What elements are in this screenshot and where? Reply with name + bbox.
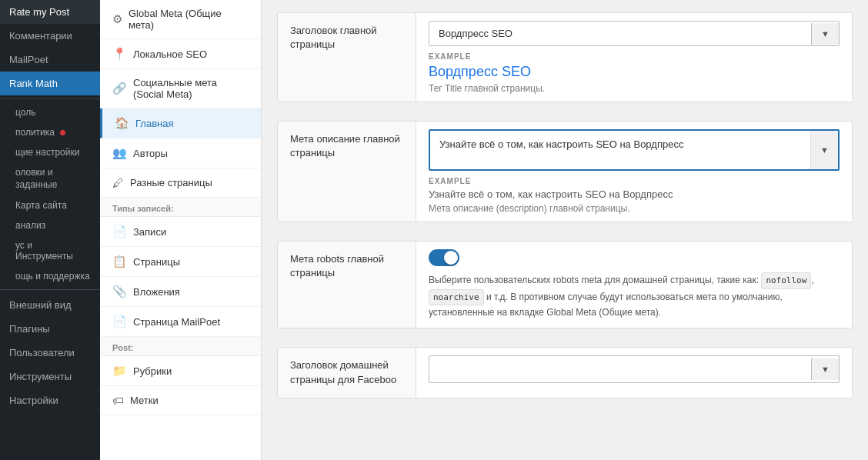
secondary-item-posts[interactable]: 📄 Записи <box>100 217 261 247</box>
example-label-1: EXAMPLE <box>429 52 840 61</box>
toggle-wrapper <box>429 249 840 266</box>
sidebar-item-plugins[interactable]: Плагины <box>0 317 100 341</box>
categories-icon: 📁 <box>112 364 127 378</box>
sidebar-item-appearance[interactable]: Внешний вид <box>0 293 100 317</box>
main-content: Заголовок главной страницы Вордпресс SEO… <box>262 0 868 460</box>
homepage-meta-desc-textarea[interactable]: Узнайте всё о том, как настроить SEO на … <box>429 129 840 171</box>
sidebar-subitem-sitemap[interactable]: Карта сайта <box>0 195 100 215</box>
homepage-robots-label: Мета robots главной страницы <box>278 242 416 328</box>
robots-description: Выберите пользовательских robots meta дл… <box>429 272 840 320</box>
sidebar-divider-1 <box>0 98 100 99</box>
homepage-title-arrow[interactable]: ▼ <box>811 23 839 45</box>
secondary-item-global-meta[interactable]: ⚙ Global Meta (Общие мета) <box>100 0 261 39</box>
robots-toggle[interactable] <box>429 249 459 266</box>
field-homepage-title: Заголовок главной страницы Вордпресс SEO… <box>277 12 853 102</box>
section-post: Post: <box>100 337 261 356</box>
sidebar-item-settings2[interactable]: Настройки <box>0 388 100 412</box>
sidebar-item-comments[interactable]: Комментарии <box>0 24 100 48</box>
homepage-title-dropdown[interactable]: Вордпресс SEO ▼ <box>429 21 840 46</box>
posts-icon: 📄 <box>112 225 127 238</box>
mailpoet-icon: 📄 <box>112 315 127 328</box>
authors-icon: 👥 <box>112 146 127 160</box>
field-homepage-facebook-title: Заголовок домашней страницы для Faceboo … <box>277 347 853 398</box>
secondary-item-attachments[interactable]: 📎 Вложения <box>100 277 261 307</box>
homepage-title-label: Заголовок главной страницы <box>278 13 416 102</box>
field-homepage-robots: Мета robots главной страницы Выберите по… <box>277 241 853 328</box>
homepage-facebook-title-value <box>429 363 811 375</box>
sidebar-subitem-tools[interactable]: ус и Инструменты <box>0 235 100 266</box>
secondary-sidebar: ⚙ Global Meta (Общие мета) 📍 Локальное S… <box>100 0 262 460</box>
homepage-facebook-title-control: ▼ <box>416 348 852 397</box>
sidebar-subitem-policy[interactable]: политика <box>0 122 100 142</box>
homepage-facebook-title-input[interactable]: ▼ <box>429 355 840 383</box>
secondary-item-tags[interactable]: 🏷 Метки <box>100 386 261 415</box>
sidebar-subitem-support[interactable]: ощь и поддержка <box>0 266 100 286</box>
sidebar-subitem-analysis[interactable]: анализ <box>0 215 100 235</box>
notification-dot <box>60 130 65 135</box>
section-post-types: Типы записей: <box>100 198 261 217</box>
secondary-item-mailpoet-page[interactable]: 📄 Страница MailPoet <box>100 307 261 337</box>
field-homepage-meta-desc: Мета описание главной страницы Узнайте в… <box>277 121 853 222</box>
homepage-title-hint: Тег Title главной страницы. <box>429 83 840 94</box>
misc-icon: 🖊 <box>112 176 124 189</box>
homepage-meta-desc-arrow[interactable]: ▼ <box>810 131 838 169</box>
secondary-item-authors[interactable]: 👥 Авторы <box>100 138 261 168</box>
secondary-item-misc-pages[interactable]: 🖊 Разные страницы <box>100 168 261 198</box>
homepage-facebook-title-arrow[interactable]: ▼ <box>811 358 839 380</box>
sidebar-divider-2 <box>0 289 100 290</box>
gear-icon: ⚙ <box>112 12 122 26</box>
social-icon: 🔗 <box>112 82 127 95</box>
secondary-item-social-meta[interactable]: 🔗 Социальные мета (Social Meta) <box>100 69 261 108</box>
pages-icon: 📋 <box>112 255 127 268</box>
example-label-2: EXAMPLE <box>429 177 840 185</box>
homepage-meta-desc-value: Узнайте всё о том, как настроить SEO на … <box>430 131 810 169</box>
homepage-meta-desc-control: Узнайте всё о том, как настроить SEO на … <box>416 122 852 222</box>
badge-nofollow: nofollow <box>761 272 811 289</box>
location-icon: 📍 <box>112 47 127 61</box>
secondary-item-categories[interactable]: 📁 Рубрики <box>100 356 261 386</box>
home-icon: 🏠 <box>115 116 129 130</box>
sidebar-item-rank-math[interactable]: Rank Math <box>0 72 100 95</box>
wp-admin-sidebar: Rate my Post Комментарии MailPoet Rank M… <box>0 0 100 460</box>
sidebar-item-users[interactable]: Пользователи <box>0 341 100 365</box>
homepage-meta-desc-label: Мета описание главной страницы <box>278 122 416 222</box>
example-desc-2: Узнайте всё о том, как настроить SEO на … <box>429 188 840 200</box>
tags-icon: 🏷 <box>112 394 124 407</box>
sidebar-item-rate-my-post[interactable]: Rate my Post <box>0 0 100 24</box>
attachments-icon: 📎 <box>112 285 127 298</box>
sidebar-subitem-settings[interactable]: щие настройки <box>0 142 100 162</box>
homepage-title-control: Вордпресс SEO ▼ EXAMPLE Вордпресс SEO Те… <box>416 13 852 102</box>
homepage-robots-control: Выберите пользовательских robots meta дл… <box>416 242 852 328</box>
meta-desc-hint: Мета описание (description) главной стра… <box>429 203 840 214</box>
example-title-1: Вордпресс SEO <box>429 64 840 80</box>
toggle-knob <box>444 251 458 265</box>
sidebar-item-instruments[interactable]: Инструменты <box>0 365 100 388</box>
sidebar-item-mailpoet[interactable]: MailPoet <box>0 48 100 72</box>
homepage-title-value: Вордпресс SEO <box>429 22 811 45</box>
secondary-item-home[interactable]: 🏠 Главная <box>100 108 261 138</box>
secondary-item-pages[interactable]: 📋 Страницы <box>100 247 261 277</box>
homepage-facebook-title-label: Заголовок домашней страницы для Faceboo <box>278 348 416 397</box>
secondary-item-local-seo[interactable]: 📍 Локальное SEO <box>100 39 261 69</box>
badge-noarchive: noarchive <box>429 289 484 306</box>
sidebar-subitem-posts-data[interactable]: оловки и заданные <box>0 162 100 195</box>
sidebar-subitem-goal[interactable]: цоль <box>0 102 100 122</box>
